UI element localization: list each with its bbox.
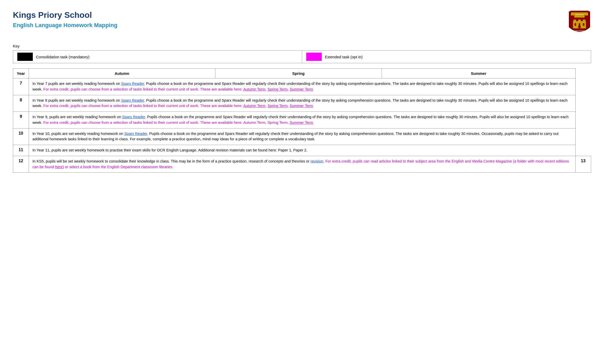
svg-rect-11 xyxy=(583,20,585,23)
magenta-text: , xyxy=(265,104,268,108)
title-block: Kings Priory School English Language Hom… xyxy=(13,10,117,29)
magenta-link[interactable]: Summer Term xyxy=(290,120,313,125)
consolidation-label: Consolidation task (mandatory) xyxy=(36,55,90,59)
year-cell: 8 xyxy=(13,95,29,112)
magenta-link[interactable]: Summer Term xyxy=(290,104,313,108)
content-cell-7: In Year 7 pupils are set weekly reading … xyxy=(29,78,575,95)
content-link[interactable]: Sparx Reader xyxy=(121,98,144,102)
content-cell-8: In Year 8 pupils are set weekly reading … xyxy=(29,95,575,112)
content-link[interactable]: Sparx Reader xyxy=(124,132,147,136)
header-year: Year xyxy=(13,69,29,78)
table-header-row: Year Autumn Spring Summer xyxy=(13,69,591,78)
magenta-link[interactable]: Spring Term xyxy=(268,87,288,91)
svg-rect-9 xyxy=(574,20,576,23)
school-title: Kings Priory School xyxy=(13,10,117,20)
table-row: 7In Year 7 pupils are set weekly reading… xyxy=(13,78,591,95)
year-cell: 13 xyxy=(576,156,591,173)
key-consolidation: Consolidation task (mandatory) xyxy=(13,51,302,63)
content-cell-10: In Year 10, pupils are set weekly readin… xyxy=(29,128,575,145)
header-autumn: Autumn xyxy=(29,69,215,78)
key-table: Consolidation task (mandatory) Extended … xyxy=(13,50,591,63)
svg-text:KINGS PRIORY: KINGS PRIORY xyxy=(574,30,585,32)
magenta-text: , xyxy=(288,87,290,91)
table-row: 11In Year 11, pupils are set weekly home… xyxy=(13,145,591,156)
year-cell: 11 xyxy=(13,145,29,156)
content-cell-11: In Year 11, pupils are set weekly homewo… xyxy=(29,145,575,156)
magenta-text: For extra credit, pupils can choose from… xyxy=(43,104,243,108)
magenta-link[interactable]: Autumn Term xyxy=(243,104,265,108)
extended-label: Extended task (opt in) xyxy=(325,55,363,59)
magenta-text: For extra credit, pupils can choose from… xyxy=(43,87,243,91)
school-logo: WOODARD KINGS PRIORY xyxy=(568,10,591,36)
svg-rect-3 xyxy=(574,16,585,18)
content-cell-12-13: In KS5, pupils will be set weekly homewo… xyxy=(29,156,575,173)
table-row: 10In Year 10, pupils are set weekly read… xyxy=(13,128,591,145)
consolidation-swatch xyxy=(17,53,33,61)
key-label: Key xyxy=(13,44,591,48)
svg-rect-15 xyxy=(578,25,581,28)
header-spring: Spring xyxy=(215,69,382,78)
year-cell: 12 xyxy=(13,156,29,173)
magenta-link[interactable]: here xyxy=(55,165,63,169)
content-link[interactable]: Sparx Reader xyxy=(122,115,145,119)
svg-rect-12 xyxy=(575,23,576,26)
year-cell: 9 xyxy=(13,112,29,128)
svg-text:WOODARD: WOODARD xyxy=(575,14,584,15)
subtitle: English Language Homework Mapping xyxy=(13,22,117,29)
table-row: 9In Year 9, pupils are set weekly readin… xyxy=(13,112,591,128)
header-summer: Summer xyxy=(382,69,576,78)
key-section: Key Consolidation task (mandatory) Exten… xyxy=(13,44,591,63)
magenta-link[interactable]: Spring Term xyxy=(268,104,288,108)
magenta-text: , xyxy=(265,87,268,91)
content-link[interactable]: revision xyxy=(310,159,323,163)
magenta-link[interactable]: Summer Term xyxy=(290,87,313,91)
magenta-link[interactable]: Autumn Term xyxy=(243,87,265,91)
magenta-text: For extra credit, pupils can choose from… xyxy=(43,120,290,125)
key-extended: Extended task (opt in) xyxy=(302,51,591,63)
content-link[interactable]: Sparx Reader xyxy=(121,82,144,86)
year-cell: 10 xyxy=(13,128,29,145)
year-cell: 7 xyxy=(13,78,29,95)
magenta-text: ) or select a book from the English Depa… xyxy=(63,165,174,169)
svg-rect-10 xyxy=(578,20,581,23)
extended-swatch xyxy=(306,53,322,61)
magenta-text: , xyxy=(288,104,290,108)
main-table: Year Autumn Spring Summer 7In Year 7 pup… xyxy=(13,68,591,173)
svg-rect-14 xyxy=(583,23,584,26)
content-cell-9: In Year 9, pupils are set weekly reading… xyxy=(29,112,575,128)
table-row: 8In Year 8 pupils are set weekly reading… xyxy=(13,95,591,112)
header-area: Kings Priory School English Language Hom… xyxy=(13,10,591,36)
